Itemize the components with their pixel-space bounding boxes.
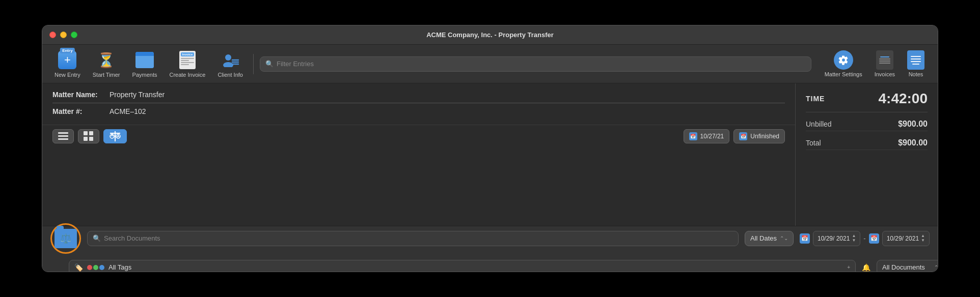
grid-view-button[interactable] (78, 129, 99, 143)
view-controls: 📅 10/27/21 📅 Unfinished (42, 125, 795, 147)
folder-tab (57, 226, 64, 229)
app-window: ACME Company, Inc. - Property Transfer E… (42, 25, 938, 272)
date-picker-button[interactable]: 📅 10/27/21 (684, 129, 730, 143)
total-label: Total (806, 139, 821, 147)
client-info-label: Client Info (217, 72, 243, 78)
date-from-calendar-icon: 📅 (800, 233, 810, 244)
search-icon: 🔍 (265, 60, 274, 68)
create-invoice-button[interactable]: Invoice Create Invoice (165, 48, 209, 80)
folder-button[interactable]: ⚖️ (50, 223, 81, 254)
svg-rect-6 (58, 135, 68, 137)
maximize-button[interactable] (71, 32, 77, 38)
unbilled-row: Unbilled $900.00 (806, 117, 928, 131)
title-bar: ACME Company, Inc. - Property Transfer (42, 25, 938, 45)
all-dates-label: All Dates (750, 234, 777, 242)
time-value: 4:42:00 (878, 91, 928, 107)
notes-button[interactable]: Notes (902, 48, 930, 79)
all-tags-label: All Tags (108, 263, 131, 271)
bottom-row-2: 🏷️ All Tags + 🔔 All Documents ⌃⌄ (69, 260, 938, 273)
status-filter-value: Unfinished (750, 133, 779, 140)
notes-label: Notes (909, 71, 923, 77)
svg-rect-11 (89, 137, 93, 141)
date-to-value: 10/29/ 2021 (887, 235, 919, 242)
unbilled-label: Unbilled (806, 120, 832, 128)
invoices-label: Invoices (875, 71, 895, 77)
date-to-calendar-icon: 📅 (869, 233, 879, 244)
total-row: Total $900.00 (806, 136, 928, 150)
create-invoice-label: Create Invoice (169, 72, 205, 78)
spinner-arrows-to: ▲ ▼ (921, 234, 925, 243)
toolbar: Entry + New Entry ⏳ Start Timer Payments (42, 45, 938, 83)
all-docs-label: All Documents (882, 263, 925, 271)
payments-icon (135, 52, 154, 68)
chevron-down-icon: ⌃⌄ (780, 235, 788, 241)
matter-settings-label: Matter Settings (825, 71, 862, 77)
payments-button[interactable]: Payments (128, 48, 161, 80)
filter-entries-search[interactable]: 🔍 Filter Entries (260, 56, 811, 72)
right-panel: TIME 4:42:00 Unbilled $900.00 Total $900… (795, 83, 938, 226)
svg-rect-8 (84, 131, 88, 135)
down-arrow-2[interactable]: ▼ (921, 239, 925, 243)
time-display: TIME 4:42:00 (806, 91, 928, 112)
tag-dot-red (87, 265, 92, 270)
tag-dots (87, 265, 104, 270)
entry-badge: Entry (60, 48, 74, 53)
toolbar-right: Matter Settings Invoices Notes (820, 48, 930, 79)
invoice-icon-wrap: Invoice (177, 50, 198, 70)
status-filter-button[interactable]: 📅 Unfinished (733, 129, 785, 143)
up-arrow-2[interactable]: ▲ (921, 234, 925, 238)
svg-rect-10 (84, 137, 88, 141)
balance-view-button[interactable] (103, 129, 127, 143)
tag-dot-green (93, 265, 98, 270)
close-button[interactable] (49, 32, 56, 38)
all-tags-button[interactable]: 🏷️ All Tags + (69, 260, 856, 273)
matter-divider (52, 103, 785, 103)
svg-rect-7 (58, 138, 68, 140)
spinner-arrows-from: ▲ ▼ (852, 234, 856, 243)
toolbar-separator (253, 54, 254, 74)
list-view-button[interactable] (52, 129, 74, 143)
folder-icon: ⚖️ (55, 229, 77, 248)
invoice-icon: Invoice (179, 51, 196, 69)
traffic-lights (49, 32, 77, 38)
unbilled-value: $900.00 (898, 120, 928, 129)
date-from-spinner[interactable]: 10/29/ 2021 ▲ ▼ (813, 231, 860, 246)
total-value: $900.00 (898, 138, 928, 147)
bell-icon[interactable]: 🔔 (862, 263, 870, 272)
svg-rect-9 (89, 131, 93, 135)
new-entry-icon: + (58, 51, 76, 69)
minimize-button[interactable] (60, 32, 67, 38)
calendar-icon: 📅 (689, 132, 697, 140)
up-arrow[interactable]: ▲ (852, 234, 856, 238)
tag-dot-blue (99, 265, 104, 270)
time-label: TIME (806, 95, 825, 103)
start-timer-button[interactable]: ⏳ Start Timer (89, 48, 124, 80)
new-entry-button[interactable]: Entry + New Entry (50, 48, 85, 80)
invoices-button[interactable]: Invoices (869, 48, 900, 79)
all-dates-button[interactable]: All Dates ⌃⌄ (745, 231, 794, 246)
down-arrow[interactable]: ▼ (852, 239, 856, 243)
window-title: ACME Company, Inc. - Property Transfer (426, 31, 554, 39)
matter-settings-button[interactable]: Matter Settings (820, 48, 867, 79)
notes-icon (907, 50, 924, 70)
client-info-icon (221, 53, 239, 67)
svg-point-1 (223, 62, 233, 67)
start-timer-label: Start Timer (93, 72, 120, 78)
client-icon-wrap (220, 50, 240, 70)
all-documents-button[interactable]: All Documents ⌃⌄ (877, 260, 938, 273)
invoices-icon (876, 50, 893, 70)
gear-icon (834, 50, 853, 70)
date-from-value: 10/29/ 2021 (818, 235, 850, 242)
svg-point-0 (225, 54, 231, 61)
new-entry-icon-wrap: Entry + (57, 50, 77, 70)
main-content: Matter Name: Property Transfer Matter #:… (42, 83, 795, 226)
matter-name-value: Property Transfer (110, 91, 165, 99)
search-documents-input[interactable]: 🔍 Search Documents (87, 231, 739, 246)
scales-icon: ⚖️ (60, 233, 71, 244)
client-info-button[interactable]: Client Info (213, 48, 247, 80)
date-to-spinner[interactable]: 10/29/ 2021 ▲ ▼ (882, 231, 930, 246)
timer-icon-wrap: ⏳ (96, 50, 117, 70)
docs-chevron-icon: ⌃⌄ (934, 264, 938, 270)
range-dash: - (863, 234, 865, 242)
matter-name-label: Matter Name: (52, 91, 103, 99)
